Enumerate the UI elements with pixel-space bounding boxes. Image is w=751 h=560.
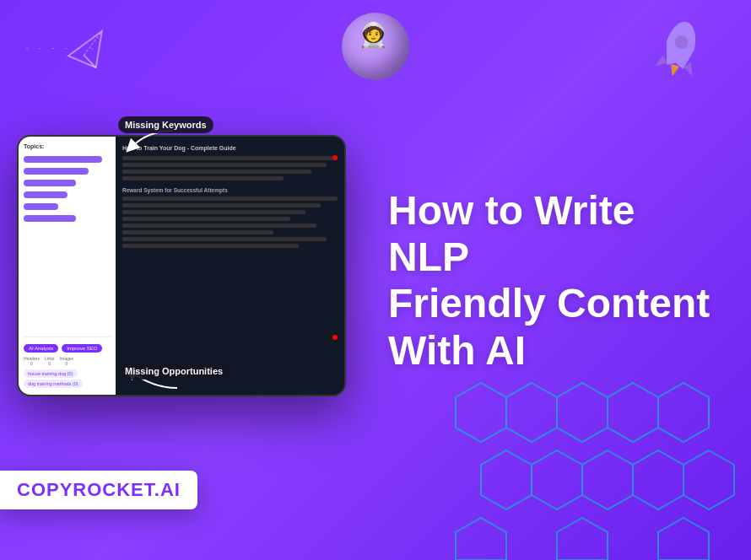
improve-seo-btn[interactable]: Improve SEO: [62, 344, 102, 353]
topic-bar-1: [24, 156, 102, 163]
topics-label: Topics:: [24, 143, 111, 149]
stats-row: Headers 0 Links 0 Images 0: [24, 356, 111, 366]
topic-bar-2: [24, 168, 89, 175]
links-value: 0: [48, 361, 51, 366]
button-row: AI Analysis Improve SEO: [24, 344, 111, 353]
images-value: 0: [65, 361, 68, 366]
links-stat: Links 0: [45, 356, 55, 366]
headers-value: 0: [30, 361, 33, 366]
brand-banner: COPYROCKET.AI: [0, 471, 197, 509]
svg-marker-5: [506, 383, 557, 442]
svg-marker-8: [658, 383, 709, 442]
topic-bar-4: [24, 191, 68, 198]
keyword-tags: house training dog (0) dog training meth…: [24, 369, 111, 388]
main-heading: How to Write NLP Friendly Content With A…: [388, 187, 726, 374]
svg-line-2: [79, 31, 107, 55]
svg-marker-0: [64, 31, 111, 74]
topic-bar-5: [24, 203, 58, 210]
bottom-panel: AI Analysis Improve SEO Headers 0 Links …: [24, 337, 111, 388]
text-line-2: [122, 163, 327, 167]
svg-marker-9: [481, 450, 532, 509]
topic-bar-6: [24, 215, 76, 222]
text-line-6: [122, 203, 321, 207]
headers-stat: Headers 0: [24, 356, 40, 366]
missing-opportunities-annotation: Missing Opportunities: [118, 363, 230, 380]
moon-illustration: 🧑‍🚀: [333, 8, 418, 84]
app-mockup: Missing Keywords Topics: AI Analysis Imp…: [17, 135, 346, 413]
brand-name: COPYROCKET.AI: [17, 479, 181, 501]
keyword-tag-1: house training dog (0): [24, 369, 78, 378]
text-line-3: [122, 170, 311, 174]
svg-marker-11: [582, 450, 633, 509]
svg-marker-6: [557, 383, 608, 442]
text-line-11: [122, 237, 327, 241]
reward-section-title: Reward System for Successful Attempts: [122, 187, 338, 193]
svg-marker-13: [683, 450, 734, 509]
text-line-9: [122, 223, 316, 228]
missing-opportunities-indicator: [332, 335, 338, 340]
svg-marker-15: [557, 518, 608, 560]
text-line-10: [122, 230, 273, 234]
svg-marker-4: [456, 383, 506, 442]
svg-marker-16: [658, 518, 709, 560]
text-line-12: [122, 244, 299, 248]
text-line-5: [122, 197, 338, 201]
ai-analysis-btn[interactable]: AI Analysis: [24, 344, 58, 353]
mockup-left-panel: Topics: AI Analysis Improve SEO Headers …: [19, 137, 116, 395]
missing-keywords-annotation: Missing Keywords: [118, 116, 213, 133]
heading-line1: How to Write NLP Friendly Content With A…: [388, 187, 726, 374]
text-line-8: [122, 217, 290, 221]
missing-keywords-indicator: [332, 155, 338, 160]
svg-marker-14: [456, 518, 506, 560]
keyword-tag-2: dog training methods (0): [24, 380, 83, 388]
images-stat: Images 0: [60, 356, 73, 366]
hex-decorations: [447, 374, 751, 560]
svg-marker-7: [608, 383, 658, 442]
topic-bar-3: [24, 180, 76, 186]
text-line-7: [122, 210, 305, 214]
svg-marker-12: [633, 450, 683, 509]
svg-marker-10: [532, 450, 582, 509]
text-line-4: [122, 176, 284, 180]
